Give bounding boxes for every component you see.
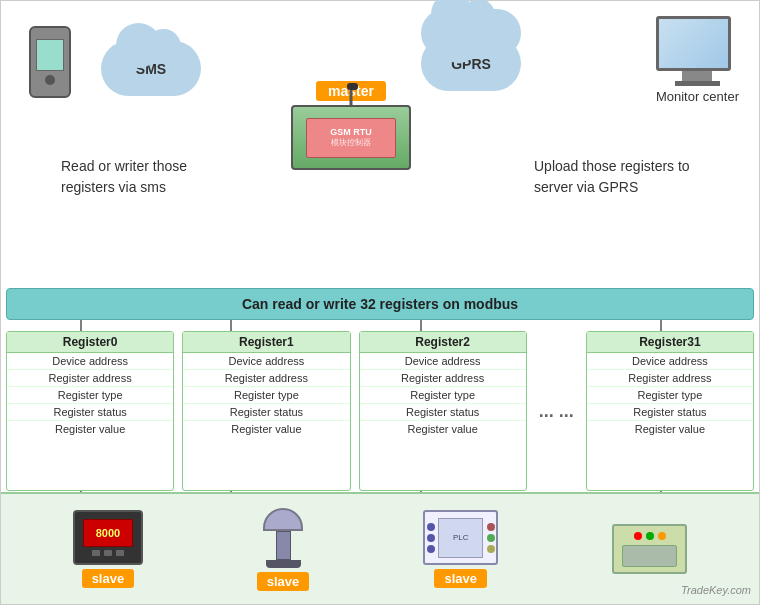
plc-label: PLC [453, 533, 469, 542]
plc-dot-2 [427, 534, 435, 542]
plc-body: PLC [438, 518, 483, 558]
register-2-row-0: Device address [360, 353, 526, 370]
plc-dot-6 [487, 545, 495, 553]
sms-cloud-shape: SMS [101, 41, 201, 96]
watermark: TradeKey.com [681, 584, 751, 596]
sms-cloud: SMS [101, 41, 211, 111]
master-device-group: master GSM RTU 模块控制器 [291, 81, 411, 170]
register-31-header: Register31 [587, 332, 753, 353]
module-leds [634, 532, 666, 540]
btn3 [116, 550, 124, 556]
phone-rect [29, 26, 71, 98]
sms-line2: registers via sms [61, 177, 187, 198]
display-screen-1: 8000 [83, 519, 133, 547]
register-0-row-4: Register value [7, 421, 173, 437]
register-2-row-2: Register type [360, 387, 526, 404]
register-1-row-3: Register status [183, 404, 349, 421]
plc-dot-1 [427, 523, 435, 531]
register-box-31: Register31 Device address Register addre… [586, 331, 754, 491]
plc-dot-5 [487, 534, 495, 542]
module-content [622, 532, 677, 567]
led-1 [634, 532, 642, 540]
gprs-description: Upload those registers to server via GPR… [534, 156, 744, 198]
modbus-banner: Can read or write 32 registers on modbus [6, 288, 754, 320]
sms-description: Read or writer those registers via sms [61, 156, 187, 198]
register-2-header: Register2 [360, 332, 526, 353]
slave-group-2: slave [257, 508, 310, 591]
register-1-row-0: Device address [183, 353, 349, 370]
main-container: SMS Internet GPRS Monitor center [0, 0, 760, 605]
phone-screen [36, 39, 64, 71]
slave-group-3: PLC slave [423, 510, 498, 588]
register-1-row-2: Register type [183, 387, 349, 404]
monitor-screen [656, 16, 731, 71]
device-display-1: 8000 [73, 510, 143, 565]
slave-group-4 [612, 524, 687, 574]
register-box-2: Register2 Device address Register addres… [359, 331, 527, 491]
register-31-row-2: Register type [587, 387, 753, 404]
display-buttons [92, 550, 124, 556]
gprs-line2: server via GPRS [534, 177, 744, 198]
module-body [622, 545, 677, 567]
device-box-inner: GSM RTU 模块控制器 [306, 118, 396, 158]
monitor-stand [682, 71, 712, 81]
led-2 [646, 532, 654, 540]
bottom-section: 8000 slave slave [1, 492, 759, 604]
register-ellipsis: ... ... [535, 331, 578, 491]
phone-icon [29, 26, 84, 106]
monitor-base [675, 81, 720, 86]
device-module-4 [612, 524, 687, 574]
device-sensor-2 [258, 508, 308, 568]
sensor-head [263, 508, 303, 532]
sms-line1: Read or writer those [61, 156, 187, 177]
register-2-row-1: Register address [360, 370, 526, 387]
register-box-1: Register1 Device address Register addres… [182, 331, 350, 491]
slave-group-1: 8000 slave [73, 510, 143, 588]
device-plc-3: PLC [423, 510, 498, 565]
gprs-line1: Upload those registers to [534, 156, 744, 177]
sensor-body [276, 531, 291, 560]
antenna-tip [347, 83, 358, 90]
register-1-header: Register1 [183, 332, 349, 353]
register-31-row-1: Register address [587, 370, 753, 387]
antenna-wire [350, 89, 353, 105]
monitor-label: Monitor center [656, 89, 739, 104]
register-31-row-4: Register value [587, 421, 753, 437]
device-box: GSM RTU 模块控制器 [291, 105, 411, 170]
registers-section: Register0 Device address Register addres… [6, 331, 754, 491]
gprs-cloud-label: GPRS [451, 56, 491, 72]
register-0-row-1: Register address [7, 370, 173, 387]
device-model: GSM RTU [330, 127, 372, 137]
gprs-cloud: GPRS [421, 36, 531, 106]
phone-button [45, 75, 55, 85]
register-0-row-2: Register type [7, 387, 173, 404]
plc-dots-right [487, 523, 495, 553]
register-2-row-4: Register value [360, 421, 526, 437]
register-0-row-3: Register status [7, 404, 173, 421]
btn1 [92, 550, 100, 556]
monitor-group: Monitor center [656, 16, 739, 104]
register-31-row-0: Device address [587, 353, 753, 370]
register-2-row-3: Register status [360, 404, 526, 421]
register-0-row-0: Device address [7, 353, 173, 370]
register-box-0: Register0 Device address Register addres… [6, 331, 174, 491]
btn2 [104, 550, 112, 556]
slave-label-2: slave [257, 572, 310, 591]
led-3 [658, 532, 666, 540]
plc-dots [427, 523, 435, 553]
sms-cloud-label: SMS [136, 61, 166, 77]
modbus-banner-text: Can read or write 32 registers on modbus [242, 296, 518, 312]
gprs-cloud-shape: GPRS [421, 36, 521, 91]
register-0-header: Register0 [7, 332, 173, 353]
register-31-row-3: Register status [587, 404, 753, 421]
slave-label-3: slave [434, 569, 487, 588]
register-1-row-1: Register address [183, 370, 349, 387]
device-box-wrapper: GSM RTU 模块控制器 [291, 105, 411, 170]
sensor-base [266, 560, 301, 568]
top-section: SMS Internet GPRS Monitor center [1, 1, 759, 291]
device-sub: 模块控制器 [331, 137, 371, 148]
register-1-row-4: Register value [183, 421, 349, 437]
plc-dot-3 [427, 545, 435, 553]
slave-label-1: slave [82, 569, 135, 588]
plc-dot-4 [487, 523, 495, 531]
